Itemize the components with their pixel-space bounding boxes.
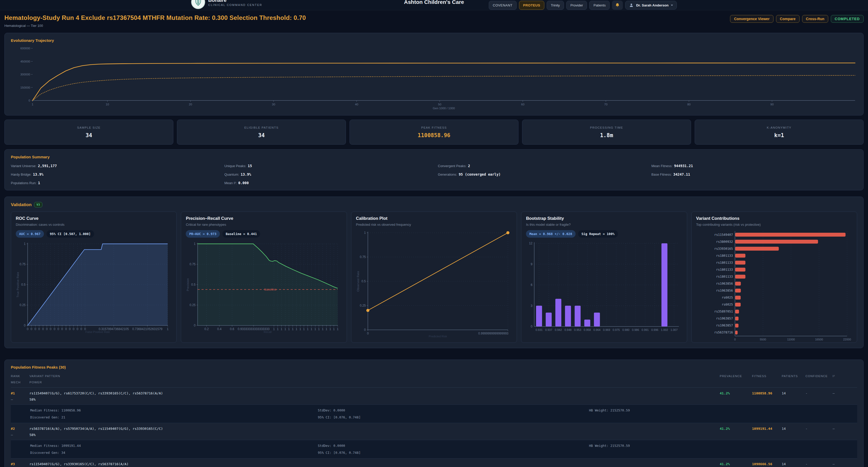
svg-text:1: 1	[333, 327, 335, 331]
cross-run-button[interactable]: Cross-Run	[802, 15, 829, 23]
stats-row: SAMPLE SIZE 34 ELIGIBLE PATIENTS 34 PEAK…	[4, 120, 864, 145]
stat-processing-time: PROCESSING TIME 1.8m	[522, 120, 691, 145]
svg-text:Precision: Precision	[186, 278, 189, 291]
svg-text:450000: 450000	[21, 60, 30, 63]
svg-text:rs1063857: rs1063857	[716, 317, 733, 320]
svg-text:0: 0	[34, 327, 36, 331]
table-row[interactable]: #1– rs11549407(G/G), rs61753720(C/C), rs…	[11, 388, 857, 404]
svg-text:0: 0	[24, 324, 26, 327]
svg-text:1: 1	[194, 242, 196, 246]
svg-text:0: 0	[77, 327, 79, 331]
svg-text:1: 1	[281, 327, 283, 331]
nav-trinity[interactable]: Trinity	[547, 1, 564, 10]
svg-text:rs1801133: rs1801133	[716, 261, 733, 264]
peak-details: Median Fitness: 1100858.96 StdDev: 0.000…	[11, 404, 857, 423]
svg-text:0.931: 0.931	[535, 328, 543, 332]
svg-text:0: 0	[29, 99, 30, 102]
summary-item: Quantum:13.9%	[224, 172, 430, 177]
svg-text:600000: 600000	[21, 47, 30, 50]
nav-covenant[interactable]: COVENANT	[489, 1, 517, 10]
svg-text:1: 1	[24, 242, 26, 246]
svg-text:0.980: 0.980	[622, 328, 629, 332]
svg-text:40: 40	[355, 103, 358, 106]
svg-text:0: 0	[531, 325, 533, 328]
svg-text:rs6025: rs6025	[721, 296, 733, 299]
svg-text:0.6: 0.6	[230, 327, 234, 331]
auc-badge: AUC = 0.967	[16, 230, 44, 238]
svg-text:1: 1	[314, 327, 316, 331]
summary-item: Hardy Bridge:13.9%	[11, 172, 217, 177]
svg-text:rs35897051: rs35897051	[714, 310, 733, 313]
svg-text:0.5: 0.5	[191, 283, 196, 286]
brand: Bonaire CLINICAL COMMAND CENTER	[191, 0, 262, 9]
svg-text:0.975: 0.975	[613, 328, 620, 332]
svg-text:0.25: 0.25	[190, 303, 196, 307]
compare-button[interactable]: Compare	[776, 15, 800, 23]
validation-title: Validation	[11, 202, 32, 208]
svg-text:0: 0	[54, 327, 56, 331]
svg-text:0: 0	[61, 327, 63, 331]
peaks-table-header: RANK VARIANT PATTERN PREVALENCE FITNESS …	[11, 375, 857, 388]
peak-row-group: #3– rs11549407(G/G), rs33930165(C/C), rs…	[11, 459, 857, 467]
svg-text:80: 80	[687, 103, 690, 106]
summary-item: Variant Universe:2,591,177	[11, 164, 217, 168]
svg-text:1: 1	[300, 327, 301, 331]
run-title-row: Hematology-Study Run 4 Exclude rs1736750…	[4, 14, 864, 28]
svg-text:rs1063856: rs1063856	[716, 282, 733, 285]
svg-text:rs3800932: rs3800932	[716, 240, 733, 244]
summary-item: Convergent Peaks:2	[438, 164, 644, 168]
roc-curve-card: ROC Curve Discrimination: cases vs contr…	[11, 212, 177, 343]
ci-badge: 95% CI [0.507, 1.000]	[46, 230, 94, 238]
svg-text:0: 0	[65, 327, 67, 331]
variant-contributions-card: Variant Contributions Top contributing v…	[691, 212, 857, 343]
svg-text:rs1063856: rs1063856	[716, 289, 733, 292]
svg-text:rs33930165: rs33930165	[714, 247, 733, 251]
svg-text:0: 0	[38, 327, 40, 331]
stat-peak-fitness: PEAK FITNESS 1100858.96	[349, 120, 519, 145]
table-row[interactable]: #3– rs11549407(G/G), rs33930165(C/C), rs…	[11, 459, 857, 467]
svg-text:22000: 22000	[843, 338, 851, 341]
validation-version-badge: V3	[34, 202, 42, 208]
svg-text:rs11549407: rs11549407	[714, 233, 733, 237]
svg-text:50: 50	[438, 103, 441, 106]
svg-text:0.5: 0.5	[21, 283, 26, 286]
svg-text:Observed Rate: Observed Rate	[356, 271, 360, 291]
svg-text:0: 0	[42, 327, 44, 331]
svg-text:12: 12	[529, 242, 533, 245]
user-menu[interactable]: Dr. Sarah Anderson	[625, 1, 677, 9]
convergence-viewer-button[interactable]: Convergence Viewer	[730, 15, 773, 23]
svg-text:0.25: 0.25	[360, 304, 366, 307]
svg-text:1: 1	[288, 327, 290, 331]
svg-text:0.986: 0.986	[632, 328, 639, 332]
svg-text:1: 1	[277, 327, 279, 331]
svg-text:0.75: 0.75	[20, 262, 26, 266]
svg-text:rs56378716: rs56378716	[714, 331, 733, 334]
validation-panel: Validation V3 ROC Curve Discrimination: …	[4, 196, 864, 348]
svg-text:0.991: 0.991	[642, 328, 649, 332]
table-row[interactable]: #2– rs56378716(A/A), rs57950734(A/A), rs…	[11, 423, 857, 440]
summary-item: Generations:95 (converged early)	[438, 172, 644, 177]
precision-recall-chart: 00.250.50.7510.20.40.60.9333333333333333…	[186, 241, 342, 334]
svg-text:1: 1	[311, 327, 313, 331]
nav-patients[interactable]: Patients	[589, 1, 610, 10]
svg-text:0: 0	[72, 327, 74, 331]
brand-subtitle: CLINICAL COMMAND CENTER	[208, 3, 262, 6]
svg-text:0: 0	[57, 327, 59, 331]
svg-text:1: 1	[307, 327, 309, 331]
svg-text:9: 9	[531, 262, 533, 266]
svg-text:Recall: Recall	[264, 330, 272, 334]
svg-text:20: 20	[189, 103, 192, 106]
svg-text:0.2: 0.2	[205, 327, 209, 331]
peak-row-group: #2– rs56378716(A/A), rs57950734(A/A), rs…	[11, 423, 857, 459]
trajectory-chart: 0150000300000450000600000110203040506070…	[11, 46, 857, 111]
notifications-button[interactable]	[612, 1, 623, 10]
nav-provider[interactable]: Provider	[566, 1, 587, 10]
svg-text:10: 10	[106, 103, 109, 106]
peak-details: Median Fitness: 1099191.44 StdDev: 0.000…	[11, 440, 857, 459]
nav-proteus[interactable]: PROTEUS	[519, 1, 544, 10]
svg-text:70: 70	[604, 103, 608, 106]
svg-text:0.4: 0.4	[217, 327, 222, 331]
svg-text:1: 1	[303, 327, 305, 331]
svg-text:5500: 5500	[760, 338, 766, 341]
roc-chart: 00.250.50.75100000000000000000.315789473…	[16, 241, 172, 334]
